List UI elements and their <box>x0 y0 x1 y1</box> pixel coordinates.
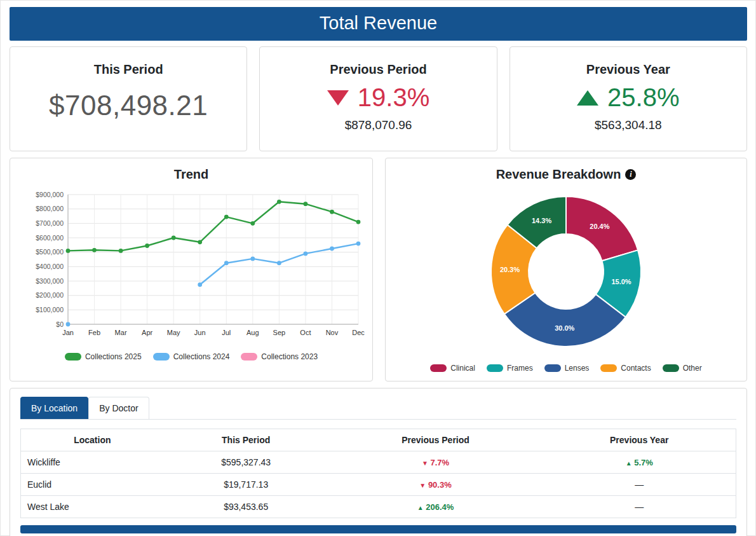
column-header-previous-year: Previous Year <box>543 429 736 451</box>
svg-text:$700,000: $700,000 <box>36 219 64 227</box>
legend-label: Collections 2025 <box>85 352 142 361</box>
svg-text:$0: $0 <box>56 320 64 328</box>
charts-row: Trend $0$100,000$200,000$300,000$400,000… <box>10 158 747 381</box>
svg-text:Oct: Oct <box>300 329 311 336</box>
svg-text:Sep: Sep <box>273 329 285 336</box>
legend-swatch <box>544 364 561 372</box>
page-title: Total Revenue <box>10 7 747 41</box>
svg-text:Dec: Dec <box>352 329 365 336</box>
svg-text:20.4%: 20.4% <box>590 223 609 230</box>
info-circle-icon[interactable]: i <box>625 169 636 180</box>
kpi-label-this-period: This Period <box>17 62 240 77</box>
svg-text:$800,000: $800,000 <box>36 205 64 212</box>
kpi-card-this-period: This Period $708,498.21 <box>10 46 247 151</box>
this-period-cell: $19,717.13 <box>164 474 328 496</box>
up-triangle-icon: ▲ <box>626 460 632 467</box>
kpi-percent-value: 25.8% <box>607 83 679 112</box>
svg-text:Jun: Jun <box>194 329 205 336</box>
svg-text:Jul: Jul <box>222 329 231 336</box>
legend-item-collections-2024[interactable]: Collections 2024 <box>153 352 230 361</box>
down-percent: ▼ 90.3% <box>419 480 451 490</box>
legend-label: Frames <box>507 364 533 373</box>
svg-text:May: May <box>166 329 180 336</box>
legend-label: Collections 2023 <box>261 352 318 361</box>
tab-bar: By LocationBy Doctor <box>20 397 736 420</box>
table-body: Wickliffe$595,327.43▼ 7.7%▲ 5.7%Euclid$1… <box>21 451 736 518</box>
legend-item-collections-2025[interactable]: Collections 2025 <box>65 352 142 361</box>
table-row: Wickliffe$595,327.43▼ 7.7%▲ 5.7% <box>21 451 736 474</box>
column-header-location: Location <box>21 429 164 451</box>
legend-label: Contacts <box>621 364 651 373</box>
legend-item-other[interactable]: Other <box>663 364 702 373</box>
legend-item-contacts[interactable]: Contacts <box>600 364 651 373</box>
svg-text:$600,000: $600,000 <box>36 234 64 242</box>
legend-swatch <box>487 364 503 372</box>
legend-item-frames[interactable]: Frames <box>487 364 533 373</box>
legend-swatch <box>153 353 170 361</box>
previous-period-cell: ▼ 7.7% <box>328 451 543 474</box>
kpi-label-previous-period: Previous Period <box>266 62 490 77</box>
legend-label: Clinical <box>450 364 475 373</box>
svg-text:$300,000: $300,000 <box>36 277 64 285</box>
kpi-label-previous-year: Previous Year <box>516 62 740 77</box>
svg-text:20.3%: 20.3% <box>500 266 520 273</box>
breakdown-chart: 20.4%15.0%30.0%20.3%14.3% <box>471 187 661 359</box>
up-triangle-icon: ▲ <box>417 504 424 511</box>
trend-card: Trend $0$100,000$200,000$300,000$400,000… <box>10 158 373 381</box>
table-row: Euclid$19,717.13▼ 90.3%— <box>21 474 736 496</box>
svg-text:Nov: Nov <box>325 329 338 336</box>
legend-item-clinical[interactable]: Clinical <box>430 364 475 373</box>
legend-swatch <box>663 364 679 372</box>
svg-text:$400,000: $400,000 <box>36 263 64 270</box>
breakdown-title-row: Revenue Breakdown i <box>393 167 739 182</box>
tab-by-doctor[interactable]: By Doctor <box>88 397 149 419</box>
legend-item-lenses[interactable]: Lenses <box>544 364 590 373</box>
table-header-row: LocationThis PeriodPrevious PeriodPrevio… <box>21 429 736 451</box>
legend-swatch <box>65 353 81 361</box>
breakdown-card: Revenue Breakdown i 20.4%15.0%30.0%20.3%… <box>385 158 747 381</box>
legend-label: Other <box>683 364 702 373</box>
svg-text:$900,000: $900,000 <box>36 191 64 198</box>
svg-text:Jan: Jan <box>62 329 74 336</box>
kpi-card-previous-period: Previous Period 19.3% $878,070.96 <box>259 46 497 151</box>
svg-text:$100,000: $100,000 <box>36 306 64 313</box>
legend-label: Collections 2024 <box>173 352 230 361</box>
column-header-previous-period: Previous Period <box>328 429 543 451</box>
svg-text:30.0%: 30.0% <box>555 324 574 332</box>
legend-swatch <box>430 364 447 372</box>
svg-text:Mar: Mar <box>114 329 126 336</box>
down-triangle-icon: ▼ <box>419 482 426 489</box>
previous-period-cell: ▲ 206.4% <box>328 496 543 518</box>
previous-year-cell: ▲ 5.7% <box>543 451 736 474</box>
legend-swatch <box>241 353 257 361</box>
breakdown-legend: ClinicalFramesLensesContactsOther <box>393 364 739 373</box>
this-period-cell: $93,453.65 <box>164 496 328 518</box>
svg-text:15.0%: 15.0% <box>611 278 631 285</box>
legend-item-collections-2023[interactable]: Collections 2023 <box>241 352 318 361</box>
trend-chart: $0$100,000$200,000$300,000$400,000$500,0… <box>18 187 365 347</box>
down-triangle-icon: ▼ <box>422 460 428 467</box>
trend-legend: Collections 2025Collections 2024Collecti… <box>18 352 365 361</box>
legend-swatch <box>600 364 617 372</box>
svg-text:14.3%: 14.3% <box>532 217 551 224</box>
table-footer-bar <box>20 525 736 533</box>
up-triangle-icon <box>577 90 598 106</box>
tab-by-location[interactable]: By Location <box>20 397 88 419</box>
down-triangle-icon <box>327 90 349 106</box>
kpi-card-previous-year: Previous Year 25.8% $563,304.18 <box>510 46 747 151</box>
kpi-subvalue-previous-year: $563,304.18 <box>516 118 740 132</box>
kpi-percent-previous-year: 25.8% <box>516 83 740 112</box>
location-cell: West Lake <box>21 496 164 518</box>
location-cell: Euclid <box>21 474 164 496</box>
no-data-dash: — <box>635 502 644 512</box>
kpi-row: This Period $708,498.21 Previous Period … <box>10 46 747 151</box>
this-period-cell: $595,327.43 <box>164 451 328 474</box>
previous-year-cell: — <box>543 474 736 496</box>
svg-text:Aug: Aug <box>246 329 259 336</box>
up-percent: ▲ 5.7% <box>626 458 653 467</box>
location-cell: Wickliffe <box>21 451 164 474</box>
svg-text:$500,000: $500,000 <box>36 248 64 256</box>
table-card: By LocationBy Doctor LocationThis Period… <box>10 388 747 536</box>
kpi-percent-value: 19.3% <box>358 83 429 112</box>
up-percent: ▲ 206.4% <box>417 502 454 512</box>
